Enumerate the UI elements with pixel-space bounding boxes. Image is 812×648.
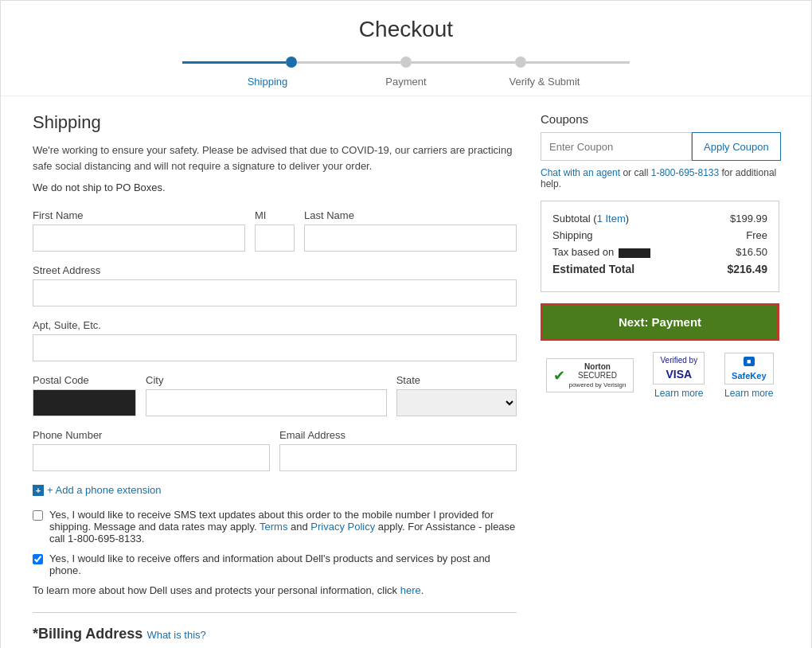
offers-checkbox-row: Yes, I would like to receive offers and … xyxy=(33,552,517,576)
state-label: State xyxy=(396,374,517,386)
tax-value: $16.50 xyxy=(736,246,767,258)
right-panel: Coupons Apply Coupon Chat with an agent … xyxy=(541,112,779,648)
first-name-label: First Name xyxy=(33,209,245,221)
shipping-label: Shipping xyxy=(552,229,593,241)
postal-group: Postal Code xyxy=(33,374,136,416)
subtotal-value: $199.99 xyxy=(730,213,767,224)
step-label-payment: Payment xyxy=(337,76,475,88)
phone-label: Phone Number xyxy=(33,429,270,441)
visa-label: Verified by xyxy=(660,356,697,365)
next-payment-button[interactable]: Next: Payment xyxy=(541,303,779,341)
items-link[interactable]: 1 Item xyxy=(597,213,626,224)
visa-brand: VISA xyxy=(666,368,692,381)
street-label: Street Address xyxy=(33,264,517,276)
norton-label: Norton xyxy=(584,362,611,371)
coupon-input[interactable] xyxy=(541,132,692,161)
header: Checkout Shipping Payment Verify & Submi… xyxy=(1,1,811,96)
name-row: First Name MI Last Name xyxy=(33,209,517,252)
step-label-shipping: Shipping xyxy=(198,76,337,88)
email-group: Email Address xyxy=(279,429,517,471)
what-is-this-link[interactable]: What is this? xyxy=(146,629,205,641)
billing-title: *Billing Address What is this? xyxy=(33,626,517,642)
postal-label: Postal Code xyxy=(33,374,136,386)
postal-input[interactable] xyxy=(33,389,136,416)
visa-badge-item: Verified by VISA Learn more xyxy=(653,352,705,399)
step-line-2 xyxy=(297,61,400,64)
address-row: Postal Code City State xyxy=(33,374,517,416)
step-dot-verify xyxy=(515,57,526,68)
coupons-label: Coupons xyxy=(541,112,779,126)
step-dot-payment xyxy=(400,57,412,68)
safekey-label: SafeKey xyxy=(732,371,766,381)
city-label: City xyxy=(146,374,387,386)
phone-input[interactable] xyxy=(33,444,270,471)
mi-label: MI xyxy=(255,209,295,221)
sms-checkbox-row: Yes, I would like to receive SMS text up… xyxy=(33,509,517,545)
last-name-input[interactable] xyxy=(304,224,517,252)
order-summary: Subtotal (1 Item) $199.99 Shipping Free … xyxy=(541,201,779,292)
dell-info: To learn more about how Dell uses and pr… xyxy=(33,584,517,596)
step-line-3 xyxy=(412,61,515,64)
add-extension-link[interactable]: + + Add a phone extension xyxy=(33,484,517,496)
offers-text: Yes, I would like to receive offers and … xyxy=(49,552,517,576)
city-input[interactable] xyxy=(146,389,387,416)
privacy-link[interactable]: Privacy Policy xyxy=(310,521,375,533)
subtotal-label: Subtotal (1 Item) xyxy=(552,213,629,224)
no-po-text: We do not ship to PO Boxes. xyxy=(33,182,517,193)
tax-mask xyxy=(619,248,650,258)
safekey-learn-link[interactable]: Learn more xyxy=(724,388,773,399)
city-group: City xyxy=(146,374,387,416)
sms-checkbox[interactable] xyxy=(33,510,43,521)
here-link[interactable]: here xyxy=(400,584,421,596)
norton-badge: ✔ NortonSECUREDpowered by Verisign xyxy=(546,358,633,392)
street-input[interactable] xyxy=(33,279,517,306)
email-input[interactable] xyxy=(279,444,517,471)
step-dot-shipping xyxy=(286,57,297,68)
safekey-badge: ■ SafeKey xyxy=(724,353,773,385)
coupons-section: Coupons Apply Coupon Chat with an agent … xyxy=(541,112,779,189)
apt-input[interactable] xyxy=(33,334,517,361)
terms-link[interactable]: Terms xyxy=(260,521,287,533)
step-line-1 xyxy=(182,61,286,64)
checkmark-icon: ✔ xyxy=(553,367,565,385)
first-name-input[interactable] xyxy=(33,224,245,252)
offers-checkbox[interactable] xyxy=(33,554,43,564)
norton-sub: SECURED xyxy=(578,371,617,380)
apply-coupon-button[interactable]: Apply Coupon xyxy=(692,132,781,161)
mi-group: MI xyxy=(255,209,295,252)
last-name-group: Last Name xyxy=(304,209,517,252)
norton-powered: powered by Verisign xyxy=(568,381,626,388)
security-logos: ✔ NortonSECUREDpowered by Verisign Verif… xyxy=(541,352,779,399)
billing-section: *Billing Address What is this? Same as s… xyxy=(33,626,517,648)
contact-row: Phone Number Email Address xyxy=(33,429,517,471)
shipping-value: Free xyxy=(746,229,767,241)
divider xyxy=(33,612,517,613)
norton-badge-item: ✔ NortonSECUREDpowered by Verisign xyxy=(546,358,633,392)
coupon-row: Apply Coupon xyxy=(541,132,779,161)
step-line-4 xyxy=(526,61,630,64)
tax-label: Tax based on xyxy=(552,246,650,258)
add-extension-label: + Add a phone extension xyxy=(47,484,161,496)
visa-learn-link[interactable]: Learn more xyxy=(653,388,705,399)
step-label-verify: Verify & Submit xyxy=(475,76,614,88)
street-row: Street Address xyxy=(33,264,517,306)
shipping-row: Shipping Free xyxy=(552,229,767,241)
step-labels: Shipping Payment Verify & Submit xyxy=(33,76,779,88)
total-value: $216.49 xyxy=(727,263,767,275)
phone-group: Phone Number xyxy=(33,429,270,471)
mi-input[interactable] xyxy=(255,224,295,252)
main-content: Shipping We're working to ensure your sa… xyxy=(1,96,811,648)
state-select[interactable] xyxy=(396,389,517,416)
state-group: State xyxy=(396,374,517,416)
safekey-badge-item: ■ SafeKey Learn more xyxy=(724,353,773,399)
visa-badge: Verified by VISA xyxy=(653,352,705,385)
apt-label: Apt, Suite, Etc. xyxy=(33,319,517,331)
page-title: Checkout xyxy=(33,17,779,42)
shipping-title: Shipping xyxy=(33,112,517,133)
last-name-label: Last Name xyxy=(304,209,517,221)
chat-text: Chat with an agent or call 1-800-695-813… xyxy=(541,167,779,189)
progress-bar xyxy=(33,57,779,68)
covid-info: We're working to ensure your safety. Ple… xyxy=(33,142,517,174)
total-row: Estimated Total $216.49 xyxy=(552,263,767,275)
sms-text: Yes, I would like to receive SMS text up… xyxy=(49,509,517,545)
